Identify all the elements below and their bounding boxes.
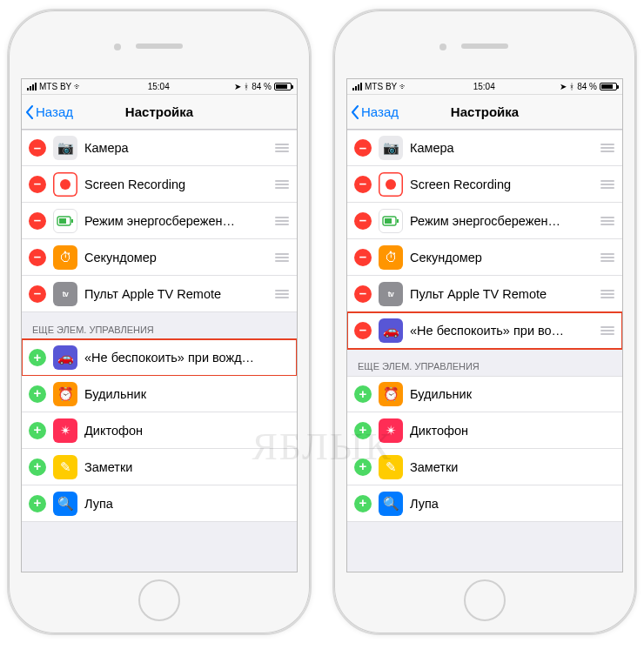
row-label: Режим энергосбережен… [84, 214, 267, 228]
svg-rect-4 [385, 218, 392, 224]
add-button[interactable] [29, 459, 46, 476]
add-button[interactable] [354, 422, 372, 439]
battery-pct: 84 % [577, 82, 597, 91]
drag-handle-icon[interactable] [600, 326, 615, 335]
chevron-left-icon [351, 105, 359, 119]
svg-rect-5 [397, 219, 399, 223]
row-label: Секундомер [410, 251, 593, 264]
row-label: Пульт Apple TV Remote [84, 287, 267, 301]
battery-icon [53, 209, 77, 233]
drag-handle-icon[interactable] [274, 217, 290, 225]
settings-list[interactable]: 📷КамераScreen RecordingРежим энергосбере… [22, 130, 297, 572]
alarm-icon: ⏰ [379, 382, 403, 406]
remove-button[interactable] [29, 249, 46, 266]
control-row-camera[interactable]: 📷Камера [22, 130, 297, 166]
row-label: Будильник [410, 387, 615, 401]
row-label: Заметки [84, 460, 290, 474]
drag-handle-icon[interactable] [274, 290, 290, 298]
remove-button[interactable] [29, 176, 46, 193]
carrier-label: MTS BY [365, 82, 397, 91]
remove-button[interactable] [354, 176, 372, 193]
remove-button[interactable] [354, 322, 372, 339]
control-row-screc[interactable]: Screen Recording [347, 166, 622, 203]
section-header-more: ЕЩЕ ЭЛЕМ. УПРАВЛЕНИЯ [347, 349, 622, 376]
control-row-atv[interactable]: tvПульт Apple TV Remote [347, 276, 622, 312]
drag-handle-icon[interactable] [274, 144, 290, 152]
page-title: Настройка [451, 104, 519, 119]
drag-handle-icon[interactable] [600, 253, 615, 262]
drag-handle-icon[interactable] [274, 253, 290, 262]
settings-list[interactable]: 📷КамераScreen RecordingРежим энергосбере… [347, 130, 622, 572]
control-row-notes[interactable]: ✎Заметки [22, 449, 297, 485]
drag-handle-icon[interactable] [600, 290, 615, 298]
control-row-atv[interactable]: tvПульт Apple TV Remote [22, 276, 297, 312]
notes-icon: ✎ [379, 455, 403, 479]
control-row-voice[interactable]: ✴Диктофон [22, 412, 297, 449]
control-row-dnd[interactable]: 🚗«Не беспокоить» при вожд… [22, 339, 297, 376]
stopw-icon: ⏱ [53, 245, 77, 270]
drag-handle-icon[interactable] [274, 180, 290, 189]
row-label: «Не беспокоить» при вожд… [84, 351, 290, 365]
drag-handle-icon[interactable] [600, 180, 615, 189]
remove-button[interactable] [29, 285, 46, 303]
control-row-notes[interactable]: ✎Заметки [347, 449, 622, 485]
control-row-voice[interactable]: ✴Диктофон [347, 412, 622, 449]
home-button[interactable] [464, 579, 506, 621]
remove-button[interactable] [354, 249, 372, 266]
front-camera [439, 44, 446, 50]
svg-rect-1 [59, 218, 66, 224]
remove-button[interactable] [354, 212, 372, 230]
control-row-alarm[interactable]: ⏰Будильник [22, 376, 297, 412]
add-button[interactable] [354, 459, 372, 476]
row-label: Лупа [410, 497, 615, 511]
back-button[interactable]: Назад [351, 95, 399, 129]
home-button[interactable] [138, 579, 180, 621]
screc-icon [53, 172, 77, 197]
signal-bars-icon [27, 83, 37, 90]
drag-handle-icon[interactable] [600, 217, 615, 225]
add-button[interactable] [354, 385, 372, 403]
control-row-screc[interactable]: Screen Recording [22, 166, 297, 203]
remove-button[interactable] [29, 212, 46, 230]
row-label: Лупа [84, 497, 290, 511]
section-header-more: ЕЩЕ ЭЛЕМ. УПРАВЛЕНИЯ [22, 312, 297, 339]
add-button[interactable] [29, 495, 46, 512]
front-camera [114, 44, 121, 50]
drag-handle-icon[interactable] [600, 144, 615, 152]
battery-pct: 84 % [252, 82, 272, 91]
svg-rect-2 [71, 219, 73, 223]
control-row-stopw[interactable]: ⏱Секундомер [347, 239, 622, 276]
battery-icon [379, 209, 403, 233]
control-row-camera[interactable]: 📷Камера [347, 130, 622, 166]
control-row-dnd[interactable]: 🚗«Не беспокоить» при во… [347, 312, 622, 349]
alarm-icon: ⏰ [53, 382, 77, 406]
back-button[interactable]: Назад [25, 95, 73, 129]
control-row-battery[interactable]: Режим энергосбережен… [22, 203, 297, 239]
control-row-battery[interactable]: Режим энергосбережен… [347, 203, 622, 239]
row-label: «Не беспокоить» при во… [410, 324, 593, 338]
add-button[interactable] [29, 385, 46, 403]
remove-button[interactable] [29, 139, 46, 157]
mag-icon: 🔍 [53, 492, 77, 516]
nav-bar: Назад Настройка [22, 95, 297, 130]
atv-icon: tv [379, 282, 403, 306]
notes-icon: ✎ [53, 455, 77, 479]
remove-button[interactable] [354, 139, 372, 157]
control-row-alarm[interactable]: ⏰Будильник [347, 376, 622, 412]
row-label: Будильник [84, 387, 290, 401]
row-label: Screen Recording [410, 177, 593, 191]
control-row-mag[interactable]: 🔍Лупа [22, 485, 297, 522]
control-row-stopw[interactable]: ⏱Секундомер [22, 239, 297, 276]
row-label: Screen Recording [84, 177, 267, 191]
add-button[interactable] [29, 422, 46, 439]
remove-button[interactable] [354, 285, 372, 303]
add-button[interactable] [29, 349, 46, 366]
more-section: 🚗«Не беспокоить» при вожд…⏰Будильник✴Дик… [22, 339, 297, 522]
screc-icon [379, 172, 403, 197]
control-row-mag[interactable]: 🔍Лупа [347, 485, 622, 522]
add-button[interactable] [354, 495, 372, 512]
dnd-icon: 🚗 [379, 318, 403, 343]
location-icon: ➤ [234, 82, 241, 91]
voice-icon: ✴ [53, 418, 77, 443]
stopw-icon: ⏱ [379, 245, 403, 270]
